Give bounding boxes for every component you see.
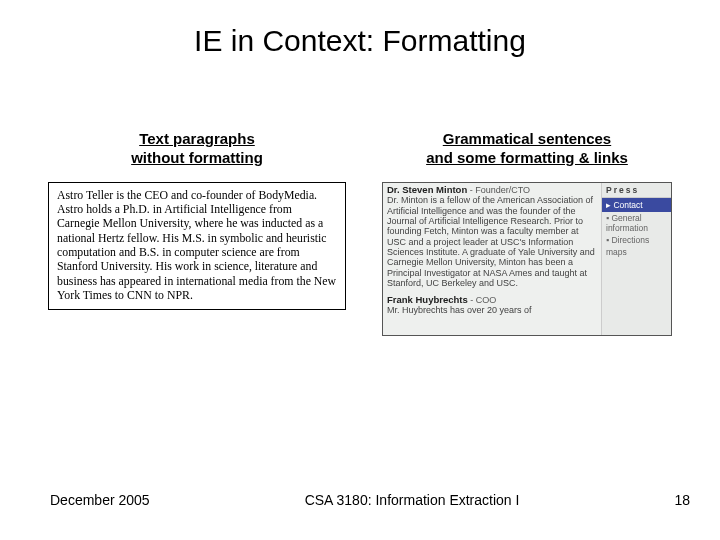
right-main-content: Dr. Steven Minton - Founder/CTO Dr. Mint… [383, 183, 601, 335]
right-heading: Grammatical sentences and some formattin… [382, 130, 672, 168]
sidebar-head-press: Press [602, 183, 671, 198]
left-heading: Text paragraphs without formatting [48, 130, 346, 168]
columns: Text paragraphs without formatting Astro… [0, 130, 720, 336]
person2-name: Frank Huybrechts [387, 294, 468, 305]
sidebar-item-contact[interactable]: ▸ Contact [602, 198, 671, 212]
sidebar-item-maps[interactable]: maps [602, 246, 671, 258]
right-webpage-box: Dr. Steven Minton - Founder/CTO Dr. Mint… [382, 182, 672, 336]
right-column: Grammatical sentences and some formattin… [382, 130, 672, 336]
footer-course: CSA 3180: Information Extraction I [150, 492, 675, 508]
person1-role: Founder/CTO [475, 185, 530, 195]
person2-role: COO [476, 295, 497, 305]
sidebar-item-general[interactable]: ▪ General information [602, 212, 671, 234]
right-sidebar: Press ▸ Contact ▪ General information ▪ … [601, 183, 671, 335]
left-text-box: Astro Teller is the CEO and co-founder o… [48, 182, 346, 310]
slide-title: IE in Context: Formatting [0, 24, 720, 58]
footer-page-number: 18 [674, 492, 690, 508]
person1-name: Dr. Steven Minton [387, 184, 467, 195]
footer: December 2005 CSA 3180: Information Extr… [0, 492, 720, 508]
sidebar-item-directions[interactable]: ▪ Directions [602, 234, 671, 246]
person2-bio: Mr. Huybrechts has over 20 years of [387, 305, 597, 315]
person1-bio: Dr. Minton is a fellow of the American A… [387, 195, 597, 288]
left-column: Text paragraphs without formatting Astro… [48, 130, 346, 336]
footer-date: December 2005 [50, 492, 150, 508]
